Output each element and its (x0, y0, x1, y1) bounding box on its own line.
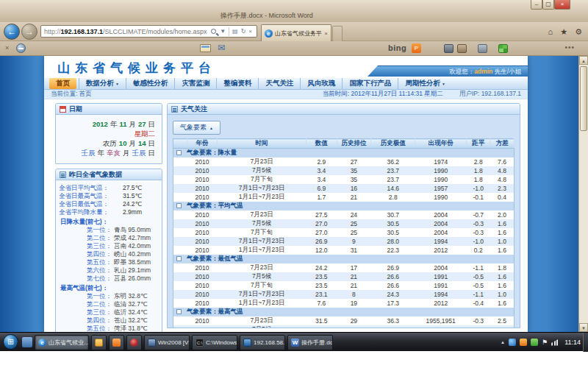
minimize-button[interactable]: – (531, 0, 542, 10)
tray-expand-icon[interactable]: ▲ (501, 340, 505, 344)
pinned-app-icon[interactable] (22, 337, 32, 347)
card-icon[interactable] (200, 44, 211, 52)
table-row: 20107月1日~7月23日6.91614.61957-1.02.3 (173, 184, 514, 193)
nav-item-整编资料[interactable]: 整编资料 (216, 78, 258, 89)
data-cell: 1.0 (490, 237, 514, 246)
camera-icon[interactable] (444, 44, 453, 53)
ganzhi-link[interactable]: 辛亥 (107, 149, 121, 157)
mail-icon[interactable]: ✉ (218, 43, 225, 53)
satellite-icon[interactable] (478, 44, 487, 53)
nav-item-国家下行产品[interactable]: 国家下行产品 (342, 78, 398, 89)
data-cell: 1.6 (490, 246, 514, 255)
new-tab-button[interactable] (332, 26, 343, 41)
orange-app-icon[interactable]: P (412, 43, 421, 53)
calendar-text: 日 (148, 139, 156, 147)
element-filter-button[interactable]: 气象要素▲ (173, 121, 220, 135)
browser-tab[interactable]: e 山东省气候业务平... × (261, 24, 331, 41)
group-checkbox[interactable] (176, 203, 182, 208)
ranking-item: 第四位：崂山 40.2mm (59, 250, 159, 258)
taskbar-icon-button[interactable] (126, 335, 142, 350)
action-center-flag-icon[interactable]: ⚑ (542, 339, 548, 346)
tray-app-icon-green[interactable] (531, 339, 538, 346)
taskbar-button[interactable]: Win2008 [VS2... (144, 335, 190, 350)
browser-scrollbar[interactable]: ▲ ▼ (578, 56, 588, 332)
capture-icon[interactable] (457, 44, 467, 53)
home-icon[interactable]: ⌂ (548, 27, 553, 37)
taskbar-icon-button[interactable] (91, 335, 107, 350)
nav-item-天气关注[interactable]: 天气关注 (258, 78, 300, 89)
data-cell: 1.8 (466, 175, 490, 184)
nav-item-首页[interactable]: 首页 (49, 78, 76, 89)
rank-label: 第六位： (59, 266, 112, 274)
row-blank-cell (173, 316, 187, 325)
data-cell: 12.0 (306, 246, 337, 255)
bing-logo[interactable]: bing (388, 43, 406, 52)
start-button[interactable]: ⊞ (3, 334, 18, 350)
address-bar[interactable]: http://192.168.137.1/SLCCLIMATE/modules/… (40, 25, 257, 38)
calendar-text: 日 (148, 120, 156, 128)
nav-item-敏感性分析[interactable]: 敏感性分析 (126, 78, 175, 89)
rank-value: 苍山 32.2℃ (114, 316, 147, 324)
column-header: 出现年份 (415, 139, 467, 149)
orange-app-icon (112, 339, 121, 347)
scroll-down-icon[interactable]: ▼ (579, 323, 588, 332)
tray-app-icon-blue[interactable] (509, 339, 516, 346)
stop-icon[interactable]: × (248, 28, 252, 35)
compatibility-icon[interactable]: ▤ (232, 28, 238, 35)
table-row: 20107月1日~7月23日23.1824.31994-1.11.0 (173, 290, 514, 299)
ganzhi-link[interactable]: 壬辰 (82, 149, 96, 157)
taskbar-button[interactable]: 192.168.58.99... (240, 335, 285, 350)
toolbar-close-icon[interactable]: × (5, 44, 9, 52)
nav-item-灾害监测[interactable]: 灾害监测 (174, 78, 216, 89)
taskbar-icon-button[interactable] (109, 335, 124, 350)
data-cell: 2010 (187, 290, 218, 299)
network-icon[interactable] (551, 339, 559, 346)
rank-value: 莒县 26.0mm (114, 275, 151, 282)
scroll-up-icon[interactable]: ▲ (579, 56, 588, 65)
maximize-button[interactable]: ▢ (542, 0, 554, 10)
taskbar-active-ie-button[interactable]: e山东省气候业... (35, 335, 89, 350)
show-desktop-button[interactable] (583, 333, 588, 352)
group-header-cell: 气象要素：降水量 (173, 149, 514, 158)
group-checkbox[interactable] (176, 309, 182, 314)
ganzhi-link[interactable]: 壬辰 (132, 149, 146, 157)
weather-focus-body: 气象要素▲ 年份时间数值历史排位历史极值出现年份距平方差气象要素：降水量2010… (168, 115, 520, 328)
ie-icon: e (265, 29, 273, 38)
row-blank-cell (173, 158, 187, 166)
tray-app-icon-orange[interactable] (520, 339, 527, 346)
rank-label: 第四位： (59, 250, 112, 258)
tab-close-icon[interactable]: × (324, 30, 328, 37)
row-blank-cell (173, 325, 187, 328)
back-button[interactable]: ← (4, 24, 20, 40)
search-icon[interactable] (211, 29, 216, 34)
tools-gear-icon[interactable]: ⚙ (575, 27, 582, 37)
stat-value: 24.2℃ (123, 200, 142, 208)
nav-item-周期性分析[interactable]: 周期性分析▼ (398, 78, 451, 89)
data-cell: 0.2 (466, 246, 490, 255)
taskbar-clock[interactable]: 11:14 (564, 339, 581, 346)
data-cell: -0.1 (466, 193, 490, 202)
grid-app-icon[interactable] (498, 44, 508, 53)
nav-item-数据分析[interactable]: 数据分析▼ (79, 78, 126, 89)
scrollbar-thumb[interactable] (580, 66, 587, 131)
group-checkbox[interactable] (176, 150, 182, 155)
favorites-star-icon[interactable]: ★ (560, 27, 567, 37)
blocked-icon[interactable] (16, 43, 26, 53)
data-cell: 23.7 (371, 166, 415, 175)
group-checkbox[interactable] (176, 256, 182, 261)
taskbar-button[interactable]: C:\C:\Windows\s... (192, 335, 237, 350)
sidebar: 日期 2012年11月27日星期二农历10月14日壬辰年辛亥月壬辰日 昨日全省气… (55, 103, 162, 332)
calendar-text: 月 (129, 120, 136, 128)
forward-button[interactable]: → (21, 24, 37, 40)
chevron-down-icon[interactable]: ▼ (220, 28, 226, 35)
taskbar-button[interactable]: W操作手册.docx ... (287, 335, 333, 350)
close-button[interactable]: × (554, 0, 570, 10)
nav-item-风向玫瑰[interactable]: 风向玫瑰 (300, 78, 342, 89)
more-icon[interactable]: ••• (564, 43, 575, 52)
data-cell: 0.4 (490, 193, 514, 202)
data-cell: -0.3 (466, 316, 490, 325)
data-cell: 7月1日~7月23日 (218, 237, 306, 246)
data-cell: 4.8 (490, 175, 514, 184)
refresh-icon[interactable]: ↻ (241, 28, 246, 35)
calendar-text: 27 (138, 120, 146, 128)
